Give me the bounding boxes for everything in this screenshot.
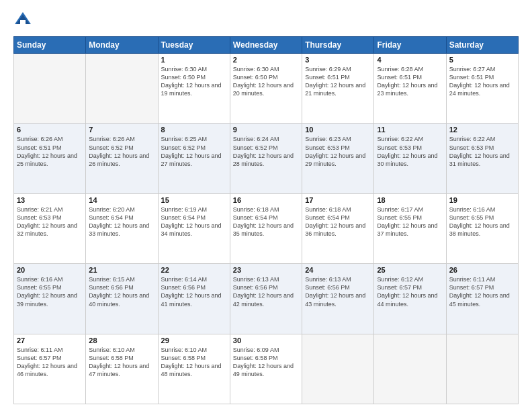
day-number: 29	[161, 336, 227, 345]
calendar-cell: 20Sunrise: 6:16 AM Sunset: 6:55 PM Dayli…	[14, 264, 86, 334]
day-number: 25	[377, 266, 443, 274]
calendar-cell: 30Sunrise: 6:09 AM Sunset: 6:58 PM Dayli…	[230, 334, 302, 404]
day-number: 27	[17, 336, 83, 345]
calendar-cell: 6Sunrise: 6:26 AM Sunset: 6:51 PM Daylig…	[14, 124, 86, 193]
day-number: 24	[305, 266, 371, 274]
day-info: Sunrise: 6:21 AM Sunset: 6:53 PM Dayligh…	[17, 205, 83, 238]
week-row-4: 20Sunrise: 6:16 AM Sunset: 6:55 PM Dayli…	[14, 264, 519, 334]
calendar-cell: 25Sunrise: 6:12 AM Sunset: 6:57 PM Dayli…	[374, 264, 446, 334]
calendar-cell: 12Sunrise: 6:22 AM Sunset: 6:53 PM Dayli…	[446, 124, 518, 193]
day-info: Sunrise: 6:09 AM Sunset: 6:58 PM Dayligh…	[233, 346, 299, 379]
calendar-cell: 1Sunrise: 6:30 AM Sunset: 6:50 PM Daylig…	[158, 54, 230, 124]
day-info: Sunrise: 6:22 AM Sunset: 6:53 PM Dayligh…	[377, 135, 443, 168]
day-header-tuesday: Tuesday	[158, 37, 230, 54]
calendar-cell: 14Sunrise: 6:20 AM Sunset: 6:54 PM Dayli…	[86, 193, 158, 263]
day-number: 4	[377, 56, 443, 64]
calendar-cell: 29Sunrise: 6:10 AM Sunset: 6:58 PM Dayli…	[158, 334, 230, 404]
calendar-cell: 17Sunrise: 6:18 AM Sunset: 6:54 PM Dayli…	[302, 193, 374, 263]
day-header-monday: Monday	[86, 37, 158, 54]
day-info: Sunrise: 6:11 AM Sunset: 6:57 PM Dayligh…	[17, 346, 83, 379]
day-info: Sunrise: 6:22 AM Sunset: 6:53 PM Dayligh…	[449, 135, 515, 168]
day-number: 11	[377, 126, 443, 134]
calendar-cell	[86, 54, 158, 124]
day-info: Sunrise: 6:16 AM Sunset: 6:55 PM Dayligh…	[449, 205, 515, 238]
calendar-cell: 9Sunrise: 6:24 AM Sunset: 6:52 PM Daylig…	[230, 124, 302, 193]
day-info: Sunrise: 6:13 AM Sunset: 6:56 PM Dayligh…	[233, 275, 299, 308]
day-header-wednesday: Wednesday	[230, 37, 302, 54]
calendar-cell	[14, 54, 86, 124]
day-info: Sunrise: 6:19 AM Sunset: 6:54 PM Dayligh…	[161, 205, 227, 238]
day-number: 19	[449, 196, 515, 204]
day-info: Sunrise: 6:18 AM Sunset: 6:54 PM Dayligh…	[233, 205, 299, 238]
day-header-saturday: Saturday	[446, 37, 518, 54]
calendar-cell: 28Sunrise: 6:10 AM Sunset: 6:58 PM Dayli…	[86, 334, 158, 404]
day-info: Sunrise: 6:16 AM Sunset: 6:55 PM Dayligh…	[17, 275, 83, 308]
calendar-cell: 21Sunrise: 6:15 AM Sunset: 6:56 PM Dayli…	[86, 264, 158, 334]
calendar-cell: 26Sunrise: 6:11 AM Sunset: 6:57 PM Dayli…	[446, 264, 518, 334]
day-number: 3	[305, 56, 371, 64]
day-number: 10	[305, 126, 371, 134]
logo	[13, 11, 35, 30]
day-number: 23	[233, 266, 299, 274]
day-info: Sunrise: 6:10 AM Sunset: 6:58 PM Dayligh…	[89, 346, 154, 379]
day-info: Sunrise: 6:20 AM Sunset: 6:54 PM Dayligh…	[89, 205, 154, 238]
calendar-cell: 5Sunrise: 6:27 AM Sunset: 6:51 PM Daylig…	[446, 54, 518, 124]
week-row-2: 6Sunrise: 6:26 AM Sunset: 6:51 PM Daylig…	[14, 124, 519, 193]
header	[13, 11, 519, 30]
week-row-3: 13Sunrise: 6:21 AM Sunset: 6:53 PM Dayli…	[14, 193, 519, 263]
day-info: Sunrise: 6:25 AM Sunset: 6:52 PM Dayligh…	[161, 135, 227, 168]
page: SundayMondayTuesdayWednesdayThursdayFrid…	[0, 0, 532, 411]
calendar-cell: 18Sunrise: 6:17 AM Sunset: 6:55 PM Dayli…	[374, 193, 446, 263]
day-header-thursday: Thursday	[302, 37, 374, 54]
day-info: Sunrise: 6:30 AM Sunset: 6:50 PM Dayligh…	[233, 65, 299, 98]
day-number: 7	[89, 126, 154, 134]
day-info: Sunrise: 6:24 AM Sunset: 6:52 PM Dayligh…	[233, 135, 299, 168]
day-info: Sunrise: 6:10 AM Sunset: 6:58 PM Dayligh…	[161, 346, 227, 379]
day-info: Sunrise: 6:18 AM Sunset: 6:54 PM Dayligh…	[305, 205, 371, 238]
week-row-5: 27Sunrise: 6:11 AM Sunset: 6:57 PM Dayli…	[14, 334, 519, 404]
day-info: Sunrise: 6:11 AM Sunset: 6:57 PM Dayligh…	[449, 275, 515, 308]
calendar-cell	[374, 334, 446, 404]
day-number: 12	[449, 126, 515, 134]
calendar-cell: 19Sunrise: 6:16 AM Sunset: 6:55 PM Dayli…	[446, 193, 518, 263]
day-number: 2	[233, 56, 299, 64]
day-info: Sunrise: 6:15 AM Sunset: 6:56 PM Dayligh…	[89, 275, 154, 308]
day-number: 30	[233, 336, 299, 345]
day-number: 8	[161, 126, 227, 134]
calendar-cell	[446, 334, 518, 404]
day-number: 6	[17, 126, 83, 134]
calendar-cell: 4Sunrise: 6:28 AM Sunset: 6:51 PM Daylig…	[374, 54, 446, 124]
calendar-cell: 16Sunrise: 6:18 AM Sunset: 6:54 PM Dayli…	[230, 193, 302, 263]
day-number: 18	[377, 196, 443, 204]
calendar-cell: 15Sunrise: 6:19 AM Sunset: 6:54 PM Dayli…	[158, 193, 230, 263]
day-header-friday: Friday	[374, 37, 446, 54]
day-number: 9	[233, 126, 299, 134]
day-header-row: SundayMondayTuesdayWednesdayThursdayFrid…	[14, 37, 519, 54]
day-number: 22	[161, 266, 227, 274]
week-row-1: 1Sunrise: 6:30 AM Sunset: 6:50 PM Daylig…	[14, 54, 519, 124]
svg-rect-2	[20, 20, 26, 24]
day-info: Sunrise: 6:23 AM Sunset: 6:53 PM Dayligh…	[305, 135, 371, 168]
day-number: 5	[449, 56, 515, 64]
calendar-cell: 11Sunrise: 6:22 AM Sunset: 6:53 PM Dayli…	[374, 124, 446, 193]
calendar-cell	[302, 334, 374, 404]
day-number: 15	[161, 196, 227, 204]
calendar-cell: 10Sunrise: 6:23 AM Sunset: 6:53 PM Dayli…	[302, 124, 374, 193]
day-info: Sunrise: 6:13 AM Sunset: 6:56 PM Dayligh…	[305, 275, 371, 308]
day-header-sunday: Sunday	[14, 37, 86, 54]
calendar-cell: 3Sunrise: 6:29 AM Sunset: 6:51 PM Daylig…	[302, 54, 374, 124]
calendar-cell: 8Sunrise: 6:25 AM Sunset: 6:52 PM Daylig…	[158, 124, 230, 193]
day-info: Sunrise: 6:27 AM Sunset: 6:51 PM Dayligh…	[449, 65, 515, 98]
day-info: Sunrise: 6:29 AM Sunset: 6:51 PM Dayligh…	[305, 65, 371, 98]
calendar-cell: 2Sunrise: 6:30 AM Sunset: 6:50 PM Daylig…	[230, 54, 302, 124]
day-number: 21	[89, 266, 154, 274]
calendar-cell: 7Sunrise: 6:26 AM Sunset: 6:52 PM Daylig…	[86, 124, 158, 193]
calendar-cell: 24Sunrise: 6:13 AM Sunset: 6:56 PM Dayli…	[302, 264, 374, 334]
day-info: Sunrise: 6:17 AM Sunset: 6:55 PM Dayligh…	[377, 205, 443, 238]
day-info: Sunrise: 6:26 AM Sunset: 6:52 PM Dayligh…	[89, 135, 154, 168]
day-info: Sunrise: 6:14 AM Sunset: 6:56 PM Dayligh…	[161, 275, 227, 308]
day-number: 1	[161, 56, 227, 64]
logo-icon	[13, 11, 32, 30]
calendar-table: SundayMondayTuesdayWednesdayThursdayFrid…	[13, 36, 519, 404]
day-info: Sunrise: 6:30 AM Sunset: 6:50 PM Dayligh…	[161, 65, 227, 98]
